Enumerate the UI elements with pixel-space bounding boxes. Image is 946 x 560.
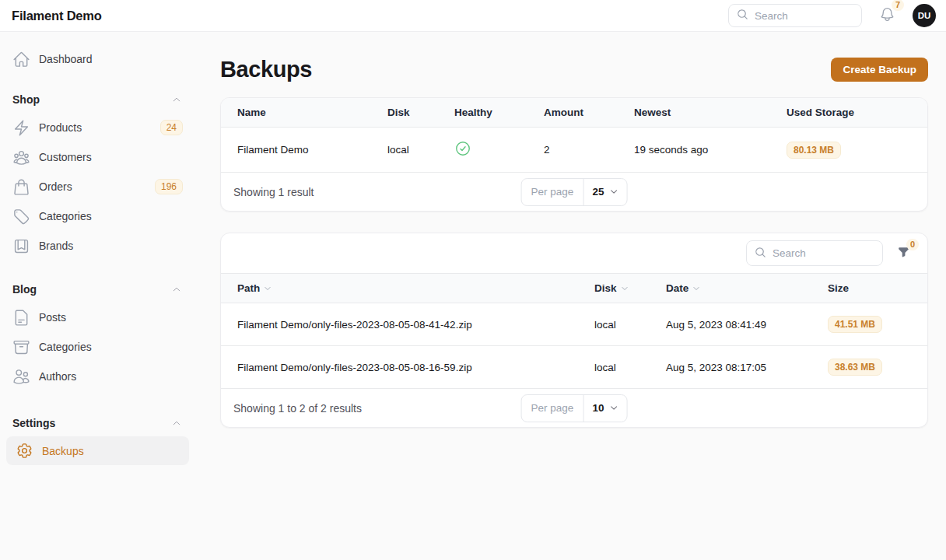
sidebar-item-backups[interactable]: Backups	[6, 436, 189, 465]
table-search-input[interactable]	[773, 247, 874, 259]
size-badge: 41.51 MB	[828, 316, 882, 333]
group-label: Blog	[12, 283, 37, 296]
group-label: Settings	[12, 417, 55, 429]
main-content: Backups Create Backup Name Disk Healthy …	[201, 32, 946, 560]
notifications-button[interactable]: 7	[878, 5, 897, 26]
sidebar-group-blog: Blog Posts Categories	[0, 280, 201, 391]
column-header-used-storage: Used Storage	[787, 98, 927, 128]
files-table-toolbar: 0	[221, 233, 927, 273]
create-backup-button[interactable]: Create Backup	[831, 58, 928, 82]
global-search[interactable]	[728, 4, 862, 27]
backups-card: Name Disk Healthy Amount Newest Used Sto…	[220, 97, 928, 212]
table-search[interactable]	[746, 240, 883, 266]
shopping-bag-icon	[12, 178, 30, 196]
users-icon	[12, 368, 30, 386]
sidebar-item-label: Posts	[39, 311, 66, 324]
group-label: Shop	[12, 93, 40, 106]
topbar: Filament Demo 7 DU	[0, 0, 946, 32]
per-page-select[interactable]: Per page 10	[521, 394, 628, 422]
sidebar-item-label: Categories	[39, 341, 92, 353]
tag-icon	[12, 208, 30, 226]
user-avatar[interactable]: DU	[913, 4, 936, 27]
column-header-date[interactable]: Date	[666, 274, 828, 303]
chevron-up-icon	[172, 285, 181, 294]
sidebar-item-label: Orders	[39, 180, 72, 193]
search-icon	[755, 247, 766, 261]
chevron-down-icon	[621, 285, 629, 292]
sidebar-item-dashboard[interactable]: Dashboard	[0, 44, 201, 74]
file-disk: local	[594, 346, 666, 389]
file-path: Filament Demo/only-files-2023-08-05-08-4…	[221, 303, 594, 346]
page-title: Backups	[220, 56, 312, 82]
global-search-input[interactable]	[755, 10, 853, 22]
sidebar: Dashboard Shop Products 24 Cus	[0, 32, 201, 560]
column-header-healthy: Healthy	[454, 98, 544, 128]
sidebar-item-authors[interactable]: Authors	[0, 362, 201, 391]
files-table: Path Disk	[221, 273, 927, 389]
column-header-disk[interactable]: Disk	[594, 274, 666, 303]
sidebar-item-label: Categories	[39, 210, 92, 222]
chevron-up-icon	[172, 95, 181, 104]
chevron-down-icon	[692, 285, 700, 292]
sidebar-item-label: Products	[39, 121, 82, 134]
chevron-down-icon	[264, 285, 272, 292]
orders-count-badge: 196	[155, 179, 183, 194]
column-header-amount: Amount	[544, 98, 634, 128]
sidebar-group-settings-header[interactable]: Settings	[0, 414, 201, 432]
filter-count-badge: 0	[906, 239, 919, 250]
home-icon	[12, 51, 30, 68]
sidebar-item-label: Brands	[39, 240, 73, 252]
search-icon	[737, 9, 748, 23]
chevron-down-icon	[609, 404, 618, 412]
per-page-select[interactable]: Per page 25	[521, 178, 628, 206]
column-header-disk: Disk	[387, 98, 454, 128]
table-row[interactable]: Filament Demo/only-files-2023-08-05-08-1…	[221, 346, 927, 389]
backup-used-storage: 80.13 MB	[787, 128, 927, 173]
check-circle-icon	[454, 140, 471, 157]
app-shell: Dashboard Shop Products 24 Cus	[0, 32, 946, 560]
sidebar-item-label: Backups	[42, 445, 84, 457]
sidebar-item-products[interactable]: Products 24	[0, 113, 201, 142]
sidebar-group-shop-header[interactable]: Shop	[0, 90, 201, 109]
sidebar-item-blog-categories[interactable]: Categories	[0, 332, 201, 362]
table-row[interactable]: Filament Demo local 2 19 seconds ago 80.…	[221, 128, 927, 173]
cog-icon	[16, 442, 33, 460]
results-summary: Showing 1 result	[233, 186, 314, 198]
sidebar-group-settings: Settings Backups	[0, 414, 201, 465]
filter-button[interactable]: 0	[895, 244, 912, 263]
backups-table: Name Disk Healthy Amount Newest Used Sto…	[221, 98, 927, 173]
sidebar-item-brands[interactable]: Brands	[0, 231, 201, 261]
sidebar-item-label: Customers	[39, 151, 92, 163]
results-summary: Showing 1 to 2 of 2 results	[233, 402, 362, 415]
sidebar-item-posts[interactable]: Posts	[0, 303, 201, 332]
bookmark-square-icon	[12, 237, 30, 255]
sidebar-item-label: Authors	[39, 370, 76, 383]
sidebar-item-customers[interactable]: Customers	[0, 142, 201, 172]
file-path: Filament Demo/only-files-2023-08-05-08-1…	[221, 346, 594, 389]
backup-healthy	[454, 128, 544, 173]
bolt-icon	[12, 119, 30, 137]
brand-title: Filament Demo	[12, 9, 102, 23]
page-header: Backups Create Backup	[220, 56, 928, 82]
file-disk: local	[594, 303, 666, 346]
size-badge: 38.63 MB	[828, 359, 882, 376]
sidebar-item-orders[interactable]: Orders 196	[0, 172, 201, 201]
backup-disk: local	[387, 128, 454, 173]
sidebar-group-shop: Shop Products 24 Customers	[0, 90, 201, 261]
per-page-value: 25	[592, 186, 604, 198]
table-row[interactable]: Filament Demo/only-files-2023-08-05-08-4…	[221, 303, 927, 346]
sidebar-item-shop-categories[interactable]: Categories	[0, 201, 201, 231]
sidebar-group-blog-header[interactable]: Blog	[0, 280, 201, 299]
per-page-label: Per page	[522, 179, 584, 205]
chevron-down-icon	[609, 187, 618, 196]
chevron-up-icon	[172, 418, 181, 428]
file-date: Aug 5, 2023 08:17:05	[666, 346, 828, 389]
column-header-newest: Newest	[634, 98, 787, 128]
topbar-actions: 7 DU	[728, 4, 936, 27]
file-size: 38.63 MB	[828, 346, 927, 389]
per-page-label: Per page	[522, 395, 584, 422]
column-header-size: Size	[828, 274, 927, 303]
user-group-icon	[12, 149, 30, 166]
document-text-icon	[12, 309, 30, 327]
column-header-path[interactable]: Path	[221, 274, 594, 303]
